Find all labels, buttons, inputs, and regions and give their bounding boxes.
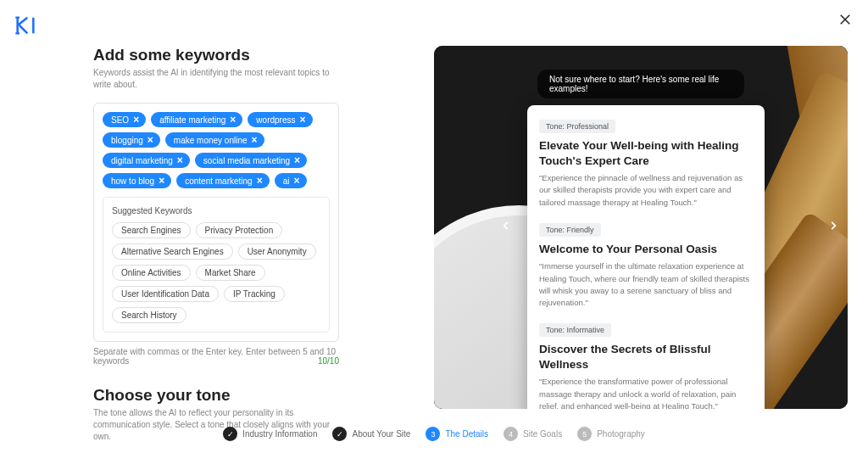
step-industry-information[interactable]: ✓Industry Information	[223, 427, 317, 441]
remove-icon: ×	[300, 115, 306, 125]
keywords-chips: SEO×affiliate marketing×wordpress×bloggi…	[103, 112, 330, 188]
keyword-chip[interactable]: ai×	[275, 173, 307, 188]
remove-icon: ×	[257, 176, 263, 186]
keyword-chip[interactable]: affiliate marketing×	[151, 112, 242, 127]
tone-badge: Tone: Professional	[539, 120, 615, 133]
keyword-chip[interactable]: make money online×	[165, 132, 264, 148]
tone-example: Tone: FriendlyWelcome to Your Personal O…	[539, 221, 753, 310]
step-circle: ✓	[223, 427, 237, 441]
step-circle: 3	[426, 427, 440, 441]
suggested-title: Suggested Keywords	[112, 206, 320, 215]
carousel-next[interactable]	[827, 220, 839, 235]
suggested-box: Suggested Keywords Search EnginesPrivacy…	[103, 197, 330, 333]
suggested-keyword[interactable]: Search History	[112, 307, 186, 323]
keyword-chip[interactable]: how to blog×	[103, 173, 171, 188]
keyword-count: 10/10	[318, 356, 339, 366]
example-body: "Immerse yourself in the ultimate relaxa…	[539, 260, 753, 309]
suggested-keyword[interactable]: User Anonymity	[238, 243, 316, 260]
suggested-keyword[interactable]: Market Share	[196, 265, 265, 281]
tone-title: Choose your tone	[93, 386, 339, 405]
remove-icon: ×	[133, 115, 139, 125]
preview-hint: Not sure where to start? Here's some rea…	[537, 70, 744, 98]
suggested-keyword[interactable]: IP Tracking	[224, 286, 285, 302]
example-body: "Experience the transformative power of …	[539, 376, 753, 409]
suggested-keyword[interactable]: Search Engines	[112, 222, 191, 238]
page-title: Add some keywords	[93, 46, 339, 64]
remove-icon: ×	[252, 135, 258, 145]
step-photography[interactable]: 5Photography	[577, 427, 645, 441]
step-circle: ✓	[332, 427, 347, 441]
close-button[interactable]	[837, 12, 853, 31]
hint-text: Separate with commas or the Enter key. E…	[93, 347, 336, 366]
remove-icon: ×	[230, 115, 236, 125]
keyword-hint: Separate with commas or the Enter key. E…	[93, 347, 339, 366]
keyword-chip[interactable]: blogging×	[103, 132, 160, 148]
remove-icon: ×	[177, 155, 183, 165]
suggested-keyword[interactable]: Online Activities	[112, 265, 191, 281]
keyword-chip[interactable]: social media marketing×	[195, 153, 307, 168]
step-label: Industry Information	[242, 429, 317, 439]
keyword-chip[interactable]: digital marketing×	[103, 153, 190, 168]
step-site-goals[interactable]: 4Site Goals	[504, 427, 562, 441]
wizard-steps: ✓Industry Information✓About Your Site3Th…	[0, 427, 868, 441]
example-heading: Welcome to Your Personal Oasis	[539, 242, 753, 257]
preview-panel: Not sure where to start? Here's some rea…	[434, 46, 848, 409]
remove-icon: ×	[147, 135, 153, 145]
step-label: The Details	[445, 429, 488, 439]
suggested-keyword[interactable]: User Identification Data	[112, 286, 219, 302]
page-subtitle: Keywords assist the AI in identifying th…	[93, 67, 339, 91]
example-heading: Elevate Your Well-being with Healing Tou…	[539, 138, 753, 168]
keyword-chip[interactable]: wordpress×	[248, 112, 312, 127]
step-label: Photography	[597, 429, 645, 439]
examples-card: Tone: ProfessionalElevate Your Well-bein…	[527, 105, 765, 409]
tone-example: Tone: ProfessionalElevate Your Well-bein…	[539, 117, 753, 209]
remove-icon: ×	[294, 155, 300, 165]
keyword-chip[interactable]: content marketing×	[176, 173, 270, 188]
step-about-your-site[interactable]: ✓About Your Site	[332, 427, 410, 441]
keywords-box: SEO×affiliate marketing×wordpress×bloggi…	[93, 103, 339, 342]
tone-example: Tone: InformativeDiscover the Secrets of…	[539, 321, 753, 409]
step-label: Site Goals	[523, 429, 562, 439]
remove-icon: ×	[159, 176, 164, 186]
example-heading: Discover the Secrets of Blissful Wellnes…	[539, 342, 753, 372]
step-circle: 4	[504, 427, 518, 441]
example-body: "Experience the pinnacle of wellness and…	[539, 172, 753, 209]
tone-badge: Tone: Friendly	[539, 223, 601, 237]
keyword-chip[interactable]: SEO×	[103, 112, 146, 127]
suggested-list: Search EnginesPrivacy ProtectionAlternat…	[112, 222, 320, 323]
carousel-prev[interactable]	[500, 220, 512, 235]
step-the-details[interactable]: 3The Details	[426, 427, 488, 441]
suggested-keyword[interactable]: Privacy Protection	[196, 222, 283, 238]
suggested-keyword[interactable]: Alternative Search Engines	[112, 243, 233, 260]
tone-badge: Tone: Informative	[539, 323, 611, 337]
step-circle: 5	[577, 427, 592, 441]
step-label: About Your Site	[352, 429, 410, 439]
app-logo	[14, 14, 37, 41]
remove-icon: ×	[293, 176, 299, 186]
